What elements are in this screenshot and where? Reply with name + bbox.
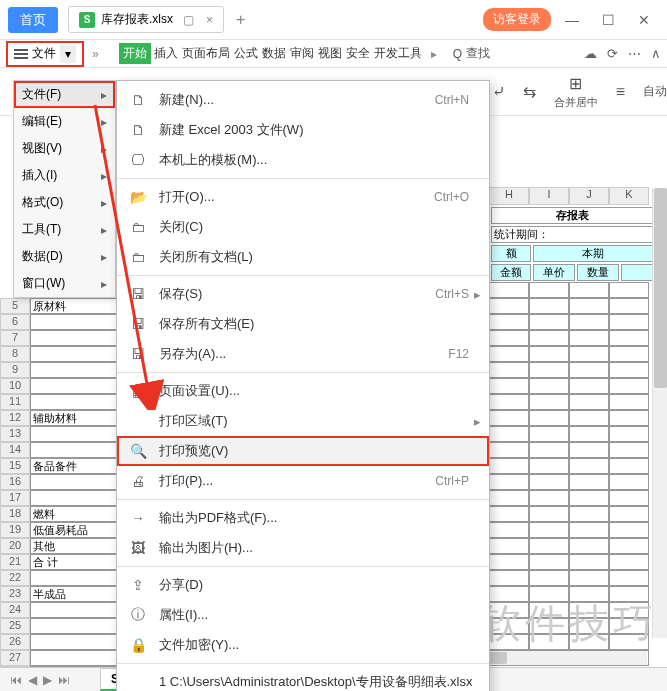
vertical-scrollbar[interactable] bbox=[652, 188, 667, 638]
cell[interactable] bbox=[489, 410, 529, 426]
cell[interactable] bbox=[609, 458, 649, 474]
file-menu-item[interactable]: 打印区域(T)▸ bbox=[117, 406, 489, 436]
context-item[interactable]: 文件(F)▸ bbox=[14, 81, 115, 108]
cell[interactable] bbox=[30, 634, 120, 650]
cell[interactable] bbox=[609, 394, 649, 410]
cell[interactable] bbox=[569, 538, 609, 554]
cell[interactable] bbox=[609, 554, 649, 570]
cell[interactable] bbox=[529, 522, 569, 538]
row-number[interactable]: 27 bbox=[0, 650, 30, 666]
vertical-scroll-thumb[interactable] bbox=[654, 188, 667, 388]
cell[interactable] bbox=[529, 394, 569, 410]
row-number[interactable]: 9 bbox=[0, 362, 30, 378]
cell[interactable]: 低值易耗品 bbox=[30, 522, 120, 538]
cell[interactable] bbox=[30, 650, 120, 666]
cell[interactable] bbox=[529, 442, 569, 458]
cell[interactable] bbox=[30, 330, 120, 346]
ribbon-tab[interactable]: 审阅 bbox=[289, 43, 315, 64]
cell[interactable] bbox=[529, 362, 569, 378]
column-header[interactable]: H bbox=[489, 187, 529, 205]
cell[interactable] bbox=[609, 330, 649, 346]
file-menu-item[interactable]: 🖫保存(S)Ctrl+S▸ bbox=[117, 279, 489, 309]
cell[interactable] bbox=[529, 282, 569, 298]
file-menu-item[interactable]: 🗋新建 Excel 2003 文件(W) bbox=[117, 115, 489, 145]
cell[interactable] bbox=[569, 410, 609, 426]
cell[interactable] bbox=[609, 570, 649, 586]
cell[interactable] bbox=[569, 394, 609, 410]
cell[interactable] bbox=[489, 346, 529, 362]
cell[interactable]: 备品备件 bbox=[30, 458, 120, 474]
cell[interactable] bbox=[30, 378, 120, 394]
cell[interactable] bbox=[489, 474, 529, 490]
new-tab-button[interactable]: + bbox=[236, 11, 245, 29]
row-number[interactable]: 7 bbox=[0, 330, 30, 346]
cell[interactable] bbox=[489, 330, 529, 346]
file-menu-item[interactable]: 🗀关闭所有文档(L) bbox=[117, 242, 489, 272]
cell[interactable] bbox=[569, 570, 609, 586]
ribbon-tab[interactable]: 开始 bbox=[119, 43, 151, 64]
row-number[interactable]: 16 bbox=[0, 474, 30, 490]
file-menu-item[interactable]: ▦页面设置(U)... bbox=[117, 376, 489, 406]
cell[interactable] bbox=[30, 570, 120, 586]
sheet-nav-last[interactable]: ⏭ bbox=[58, 673, 70, 687]
cell[interactable] bbox=[489, 442, 529, 458]
cell[interactable] bbox=[569, 554, 609, 570]
row-number[interactable]: 25 bbox=[0, 618, 30, 634]
row-number[interactable]: 23 bbox=[0, 586, 30, 602]
cell[interactable] bbox=[609, 506, 649, 522]
file-menu-item[interactable]: 🖫另存为(A)...F12 bbox=[117, 339, 489, 369]
cell[interactable] bbox=[609, 522, 649, 538]
cell[interactable]: 原材料 bbox=[30, 298, 120, 314]
cell[interactable]: 燃料 bbox=[30, 506, 120, 522]
column-header[interactable]: I bbox=[529, 187, 569, 205]
cell[interactable] bbox=[609, 314, 649, 330]
cell[interactable] bbox=[30, 394, 120, 410]
cell[interactable] bbox=[489, 426, 529, 442]
cell[interactable] bbox=[609, 410, 649, 426]
cell[interactable] bbox=[30, 346, 120, 362]
cell[interactable] bbox=[609, 362, 649, 378]
cell[interactable] bbox=[569, 346, 609, 362]
cell[interactable] bbox=[489, 362, 529, 378]
cell[interactable] bbox=[30, 602, 120, 618]
column-header[interactable]: J bbox=[569, 187, 609, 205]
cell[interactable] bbox=[489, 570, 529, 586]
cell[interactable] bbox=[609, 298, 649, 314]
cell[interactable] bbox=[569, 506, 609, 522]
cell[interactable]: 合 计 bbox=[30, 554, 120, 570]
cell[interactable] bbox=[609, 490, 649, 506]
cell[interactable] bbox=[529, 298, 569, 314]
ribbon-tab[interactable]: 插入 bbox=[153, 43, 179, 64]
cell[interactable] bbox=[489, 394, 529, 410]
file-dropdown-icon[interactable]: ▾ bbox=[60, 45, 76, 63]
row-number[interactable]: 14 bbox=[0, 442, 30, 458]
file-menu-item[interactable]: 🖨打印(P)...Ctrl+P bbox=[117, 466, 489, 496]
sync-icon[interactable]: ⟳ bbox=[607, 46, 618, 61]
cell[interactable]: 辅助材料 bbox=[30, 410, 120, 426]
close-button[interactable]: ✕ bbox=[629, 12, 659, 28]
home-tab[interactable]: 首页 bbox=[8, 7, 58, 33]
row-number[interactable]: 24 bbox=[0, 602, 30, 618]
cell[interactable] bbox=[529, 314, 569, 330]
cell[interactable] bbox=[569, 490, 609, 506]
cell[interactable] bbox=[609, 346, 649, 362]
row-number[interactable]: 17 bbox=[0, 490, 30, 506]
column-header[interactable]: K bbox=[609, 187, 649, 205]
align-icon[interactable]: ≡ bbox=[616, 83, 625, 101]
cell[interactable] bbox=[489, 378, 529, 394]
cell[interactable] bbox=[489, 282, 529, 298]
file-menu-item[interactable]: →输出为PDF格式(F)... bbox=[117, 503, 489, 533]
collapse-ribbon-icon[interactable]: ∧ bbox=[651, 46, 661, 61]
row-number[interactable]: 21 bbox=[0, 554, 30, 570]
row-number[interactable]: 22 bbox=[0, 570, 30, 586]
sheet-nav[interactable]: ⏮ ◀ ▶ ⏭ bbox=[10, 673, 70, 687]
cell[interactable] bbox=[529, 474, 569, 490]
cell[interactable] bbox=[569, 298, 609, 314]
sheet-nav-first[interactable]: ⏮ bbox=[10, 673, 22, 687]
minimize-button[interactable]: — bbox=[557, 12, 587, 28]
cell[interactable] bbox=[569, 282, 609, 298]
row-number[interactable]: 12 bbox=[0, 410, 30, 426]
cell[interactable] bbox=[529, 570, 569, 586]
cell[interactable] bbox=[529, 506, 569, 522]
cell[interactable] bbox=[609, 426, 649, 442]
